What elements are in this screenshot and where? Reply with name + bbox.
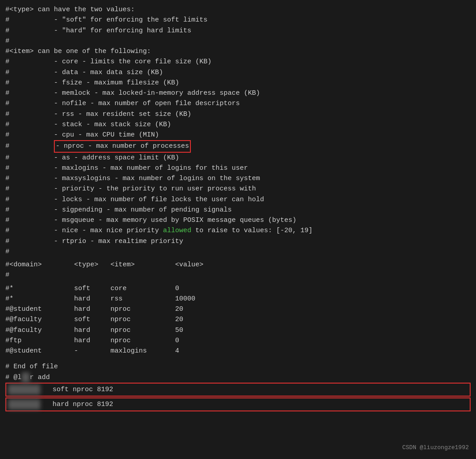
blurred-text-1: ii <box>22 372 30 383</box>
line-cpu: # - cpu - max CPU time (MIN) <box>5 130 471 140</box>
watermark: CSDN @liuzongze1992 <box>402 444 469 451</box>
line-maxsyslogins: # - maxsyslogins - max number of logins … <box>5 173 471 184</box>
allowed-text: allowed <box>163 227 191 234</box>
line-data: # - data - max data size (KB) <box>5 67 471 78</box>
nproc-highlight: - nproc - max number of processes <box>54 140 191 152</box>
line-type-header: #<type> can have the two values: <box>5 4 471 15</box>
line-nofile: # - nofile - max number of open file des… <box>5 98 471 109</box>
table-row-star-hard: #* hard rss 10000 <box>5 294 471 304</box>
table-row-student-hard: #@student hard nproc 20 <box>5 304 471 314</box>
line-msgqueue: # - msgqueue - max memory used by POSIX … <box>5 215 471 225</box>
line-nproc: # - nproc - max number of processes <box>5 140 471 152</box>
bottom-row-hard: xxxxxxxx hard nproc 8192 <box>5 397 471 411</box>
add-line: # @liir add <box>5 372 471 383</box>
line-fsize: # - fsize - maximum filesize (KB) <box>5 78 471 88</box>
line-hard: # - "hard" for enforcing hard limits <box>5 26 471 36</box>
line-core: # - core - limits the core file size (KB… <box>5 57 471 67</box>
line-locks: # - locks - max number of file locks the… <box>5 194 471 205</box>
line-item-header: #<item> can be one of the following: <box>5 46 471 57</box>
blurred-domain-1: xxxxxxxx <box>8 384 40 395</box>
line-domain-header: #<domain> <type> <item> <value> <box>5 260 471 270</box>
bottom-row-soft: xxxxxxxx soft nproc 8192 <box>5 383 471 397</box>
table-row-ftp-hard: #ftp hard nproc 0 <box>5 335 471 346</box>
table-row-student-max: #@student - maxlogins 4 <box>5 346 471 356</box>
line-rss: # - rss - max resident set size (KB) <box>5 109 471 119</box>
line-nice: # - nice - max nice priority allowed to … <box>5 225 471 236</box>
line-priority: # - priority - the priority to run user … <box>5 184 471 194</box>
table-row-faculty-soft: #@faculty soft nproc 20 <box>5 314 471 325</box>
line-as: # - as - address space limit (KB) <box>5 153 471 163</box>
line-hash2: # <box>5 247 471 257</box>
end-of-file-line: # End of file <box>5 362 471 372</box>
line-memlock: # - memlock - max locked-in-memory addre… <box>5 88 471 98</box>
table-row-faculty-hard: #@faculty hard nproc 50 <box>5 325 471 335</box>
terminal: #<type> can have the two values: # - "so… <box>0 0 476 459</box>
line-maxlogins: # - maxlogins - max number of logins for… <box>5 163 471 173</box>
line-hash1: # <box>5 36 471 46</box>
table-row-star-soft: #* soft core 0 <box>5 283 471 294</box>
line-sigpending: # - sigpending - max number of pending s… <box>5 205 471 215</box>
line-rtprio: # - rtprio - max realtime priority <box>5 236 471 247</box>
line-hash3: # <box>5 270 471 280</box>
line-soft: # - "soft" for enforcing the soft limits <box>5 15 471 25</box>
blurred-domain-2: xxxxxxxx <box>8 399 40 410</box>
line-stack: # - stack - max stack size (KB) <box>5 119 471 130</box>
